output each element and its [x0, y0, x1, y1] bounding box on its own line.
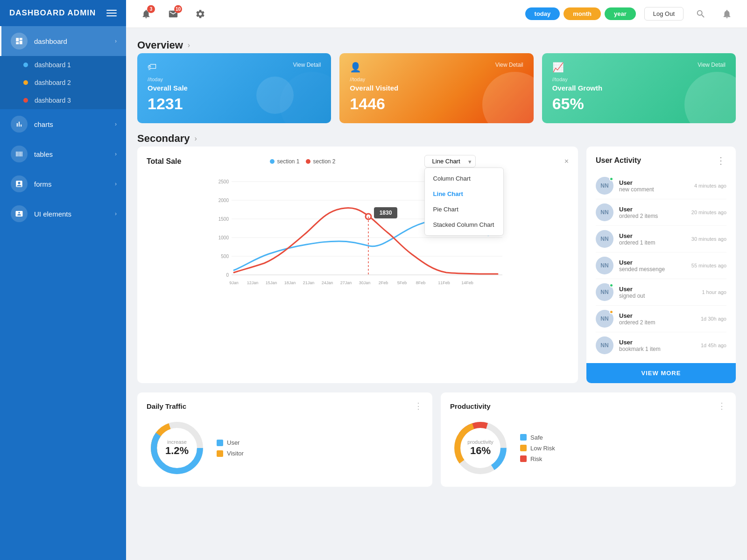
productivity-title: Productivity	[450, 402, 491, 410]
data-label-text: 1830	[380, 210, 392, 216]
ua-item: NN User ordered 2 item 1d 30h ago	[596, 306, 726, 332]
productivity-menu[interactable]: ⋮	[718, 401, 726, 411]
svg-text:12Jan: 12Jan	[247, 280, 259, 285]
daily-traffic-label-value: 1.2%	[165, 445, 189, 457]
daily-traffic-donut-area: increase 1.2% User Visitor	[147, 418, 423, 478]
ua-action: ordered 2 items	[619, 213, 688, 219]
svg-text:24Jan: 24Jan	[322, 280, 333, 285]
avatar: NN	[596, 203, 613, 221]
avatar: NN	[596, 257, 613, 274]
topbar-left: 3 10	[137, 5, 209, 23]
ua-info: User new comment	[619, 179, 691, 193]
messages-button[interactable]: 10	[164, 5, 182, 23]
tables-icon	[15, 150, 23, 158]
sidebar-item-tables[interactable]: tables ›	[0, 139, 126, 169]
sidebar-sub-dashboard: dashboard 1 dashboard 2 dashboard 3	[0, 56, 126, 109]
daily-traffic-menu[interactable]: ⋮	[414, 401, 423, 411]
svg-text:8Feb: 8Feb	[416, 280, 426, 285]
dropdown-pie-chart[interactable]: Pie Chart	[425, 202, 503, 217]
visited-view-detail[interactable]: View Detail	[495, 62, 523, 68]
sidebar-arrow-dashboard: ›	[115, 38, 117, 44]
month-button[interactable]: month	[564, 7, 601, 20]
avatar: NN	[596, 177, 613, 195]
status-dot-green	[609, 177, 613, 181]
secondary-row: Total Sale section 1 section 2	[137, 147, 736, 383]
notifications-top-button[interactable]	[718, 5, 736, 23]
logout-button[interactable]: Log Out	[644, 7, 684, 21]
daily-traffic-card: Daily Traffic ⋮ in	[137, 392, 432, 487]
sale-icon: 🏷	[148, 62, 157, 72]
bottom-row: Daily Traffic ⋮ in	[137, 392, 736, 487]
legend-dot-section1	[270, 159, 275, 164]
legend-label-section2: section 2	[313, 158, 335, 165]
year-button[interactable]: year	[605, 7, 636, 20]
ua-info: User bookmark 1 item	[619, 339, 697, 352]
main-content: 3 10 today month year Log Out	[126, 0, 747, 560]
svg-text:1500: 1500	[218, 217, 229, 222]
sidebar-item-dashboard3[interactable]: dashboard 3	[0, 91, 126, 109]
dropdown-column-chart[interactable]: Column Chart	[425, 171, 503, 186]
chart-title: Total Sale	[147, 157, 181, 166]
svg-text:14Feb: 14Feb	[461, 280, 473, 285]
ua-time: 1d 30h ago	[701, 316, 726, 322]
ua-info: User signed out	[619, 286, 698, 299]
legend-low-risk-label: Low Risk	[530, 445, 555, 452]
sidebar-label-ui-elements: UI elements	[34, 210, 115, 218]
sidebar-item-ui-elements[interactable]: UI elements ›	[0, 199, 126, 229]
svg-text:1000: 1000	[218, 235, 229, 240]
search-button[interactable]	[692, 5, 710, 23]
overview-arrow[interactable]: ›	[188, 41, 190, 49]
ua-action: bookmark 1 item	[619, 346, 697, 352]
secondary-arrow[interactable]: ›	[195, 134, 197, 143]
ua-name: User	[619, 179, 691, 186]
legend-safe: Safe	[520, 434, 555, 441]
sidebar-label-dashboard: dashboard	[34, 37, 115, 45]
growth-view-detail[interactable]: View Detail	[698, 62, 726, 68]
productivity-header: Productivity ⋮	[450, 401, 726, 411]
dashboard-icon	[15, 37, 23, 45]
period-buttons: today month year	[525, 7, 636, 20]
legend-safe-sq	[520, 434, 527, 441]
sidebar-item-charts[interactable]: charts ›	[0, 109, 126, 139]
ua-item: NN User sended messenge 55 minutes ago	[596, 252, 726, 279]
legend-label-section1: section 1	[277, 158, 299, 165]
dropdown-line-chart[interactable]: Line Chart	[425, 186, 503, 202]
dot-dashboard2	[23, 80, 28, 85]
svg-text:0: 0	[226, 273, 229, 278]
sidebar-item-dashboard[interactable]: dashboard ›	[0, 26, 126, 56]
daily-traffic-donut: increase 1.2%	[147, 418, 207, 478]
legend-low-risk-sq	[520, 445, 527, 451]
label-dashboard3: dashboard 3	[35, 97, 71, 104]
daily-traffic-header: Daily Traffic ⋮	[147, 401, 423, 411]
chart-close-button[interactable]: ×	[564, 157, 569, 166]
ua-item: NN User ordered 1 item 30 minutes ago	[596, 226, 726, 252]
daily-traffic-title: Daily Traffic	[147, 402, 186, 410]
svg-text:2Feb: 2Feb	[379, 280, 388, 285]
legend-dot-section2	[306, 159, 310, 164]
sidebar-item-forms[interactable]: forms ›	[0, 169, 126, 199]
bell-top-icon	[722, 9, 732, 19]
today-button[interactable]: today	[525, 7, 560, 20]
chart-type-button[interactable]: Line Chart	[424, 155, 476, 168]
sidebar-item-dashboard2[interactable]: dashboard 2	[0, 74, 126, 91]
productivity-legend: Safe Low Risk Risk	[520, 434, 555, 462]
sale-view-detail[interactable]: View Detail	[293, 62, 321, 68]
chart-area: 2500 2000 1500 1000 500 0	[147, 172, 569, 295]
notifications-badge: 3	[147, 5, 155, 13]
ua-name: User	[619, 339, 697, 346]
ua-time: 1d 45h ago	[701, 343, 726, 348]
ua-view-more-button[interactable]: VIEW MORE	[586, 363, 736, 383]
legend-section2: section 2	[306, 158, 335, 165]
ua-more-menu[interactable]: ⋮	[716, 155, 726, 166]
line-chart-svg: 2500 2000 1500 1000 500 0	[147, 172, 569, 294]
ui-elements-icon	[15, 210, 23, 218]
settings-button[interactable]	[191, 5, 209, 23]
sidebar-item-dashboard1[interactable]: dashboard 1	[0, 56, 126, 74]
svg-text:2000: 2000	[218, 198, 229, 203]
productivity-donut: productivity 16%	[450, 418, 511, 478]
notifications-button[interactable]: 3	[137, 5, 155, 23]
hamburger-menu[interactable]	[106, 10, 117, 16]
dropdown-stacked-chart[interactable]: Stacked Column Chart	[425, 217, 503, 232]
ua-header: User Activity ⋮	[596, 155, 726, 166]
content-area: Overview › 🏷 View Detail //today Overall…	[126, 28, 747, 560]
